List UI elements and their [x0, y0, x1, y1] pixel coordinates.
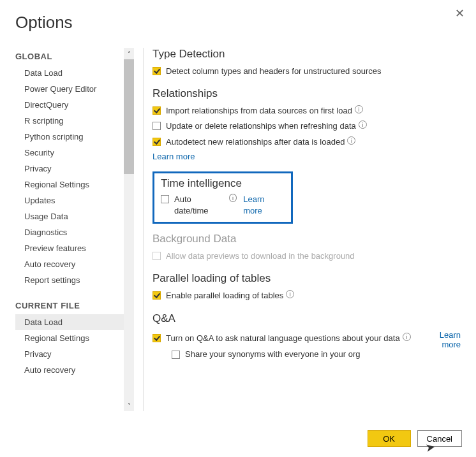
checkbox-turn-on-qa[interactable] [152, 334, 161, 342]
scrollbar-up-icon[interactable]: ˄ [124, 48, 134, 59]
checkbox-detect-column-types[interactable] [152, 67, 161, 75]
link-learn-more-relationships[interactable]: Learn more [152, 152, 195, 161]
section-time-intelligence-highlighted: Time intelligence Auto date/time Learn m… [152, 171, 293, 224]
sidebar-item-updates[interactable]: Updates [15, 192, 124, 208]
info-icon[interactable] [355, 105, 363, 113]
section-parallel-loading: Parallel loading of tables Enable parall… [152, 272, 461, 301]
heading-time-intelligence: Time intelligence [161, 177, 285, 190]
link-learn-more-qa[interactable]: Learn more [440, 330, 461, 349]
sidebar-item-preview-features[interactable]: Preview features [15, 240, 124, 256]
label-turn-on-qa: Turn on Q&A to ask natural language ques… [166, 333, 400, 344]
sidebar-item-security[interactable]: Security [15, 145, 124, 161]
heading-qa: Q&A [152, 312, 461, 325]
info-icon[interactable] [359, 120, 367, 129]
sidebar-item-global-data-load[interactable]: Data Load [15, 65, 124, 81]
label-detect-column-types: Detect column types and headers for unst… [166, 66, 381, 77]
sidebar-category-current-file: CURRENT FILE [15, 301, 124, 310]
heading-parallel-loading: Parallel loading of tables [152, 272, 461, 285]
sidebar-item-global-regional-settings[interactable]: Regional Settings [15, 177, 124, 192]
checkbox-auto-date-time[interactable] [161, 195, 169, 203]
checkbox-share-synonyms[interactable] [172, 351, 180, 359]
scrollbar-track[interactable]: ˄ ˅ [124, 48, 134, 411]
sidebar-item-current-auto-recovery[interactable]: Auto recovery [15, 362, 124, 378]
sidebar-item-power-query-editor[interactable]: Power Query Editor [15, 81, 124, 97]
checkbox-allow-previews [152, 252, 161, 260]
scrollbar-down-icon[interactable]: ˅ [124, 400, 134, 411]
sidebar-item-python-scripting[interactable]: Python scripting [15, 129, 124, 145]
sidebar-item-report-settings[interactable]: Report settings [15, 272, 124, 288]
info-icon[interactable] [229, 194, 237, 202]
sidebar-item-directquery[interactable]: DirectQuery [15, 97, 124, 113]
info-icon[interactable] [286, 290, 294, 298]
ok-button[interactable]: OK [368, 430, 411, 447]
checkbox-autodetect-relationships[interactable] [152, 138, 161, 146]
section-qa: Q&A Turn on Q&A to ask natural language … [152, 312, 461, 359]
link-learn-more-time-intelligence[interactable]: Learn more [243, 194, 285, 217]
label-autodetect-relationships: Autodetect new relationships after data … [166, 136, 345, 148]
info-icon[interactable] [403, 333, 411, 341]
sidebar-item-usage-data[interactable]: Usage Data [15, 208, 124, 224]
sidebar-item-global-auto-recovery[interactable]: Auto recovery [15, 256, 124, 272]
info-icon[interactable] [347, 136, 355, 145]
scrollbar-thumb[interactable] [124, 59, 134, 174]
close-icon[interactable]: ✕ [452, 5, 467, 22]
heading-relationships: Relationships [152, 87, 461, 100]
label-parallel-loading: Enable parallel loading of tables [166, 290, 283, 301]
label-share-synonyms: Share your synonyms with everyone in you… [185, 349, 361, 359]
options-dialog: ✕ Options GLOBAL Data Load Power Query E… [0, 0, 476, 457]
divider [143, 48, 144, 411]
checkbox-import-relationships[interactable] [152, 106, 161, 115]
section-background-data: Background Data Allow data previews to d… [152, 233, 461, 262]
dialog-footer: OK Cancel [368, 430, 462, 447]
sidebar-item-r-scripting[interactable]: R scripting [15, 113, 124, 129]
sidebar-item-global-privacy[interactable]: Privacy [15, 161, 124, 177]
cancel-button[interactable]: Cancel [417, 430, 462, 447]
heading-background-data: Background Data [152, 233, 461, 245]
content-pane: Type Detection Detect column types and h… [152, 48, 467, 411]
label-allow-previews: Allow data previews to download in the b… [166, 250, 355, 262]
label-import-relationships: Import relationships from data sources o… [166, 105, 352, 117]
dialog-title: Options [15, 13, 467, 33]
checkbox-update-relationships[interactable] [152, 122, 161, 130]
sidebar: GLOBAL Data Load Power Query Editor Dire… [15, 48, 134, 411]
sidebar-item-current-regional-settings[interactable]: Regional Settings [15, 330, 124, 346]
section-type-detection: Type Detection Detect column types and h… [152, 48, 461, 77]
checkbox-parallel-loading[interactable] [152, 291, 161, 300]
heading-type-detection: Type Detection [152, 48, 461, 61]
sidebar-item-current-data-load[interactable]: Data Load [15, 314, 124, 330]
sidebar-item-diagnostics[interactable]: Diagnostics [15, 224, 124, 240]
label-update-relationships: Update or delete relationships when refr… [166, 120, 356, 132]
sidebar-category-global: GLOBAL [15, 52, 124, 61]
label-auto-date-time: Auto date/time [174, 194, 227, 217]
sidebar-item-current-privacy[interactable]: Privacy [15, 346, 124, 362]
section-relationships: Relationships Import relationships from … [152, 87, 461, 161]
